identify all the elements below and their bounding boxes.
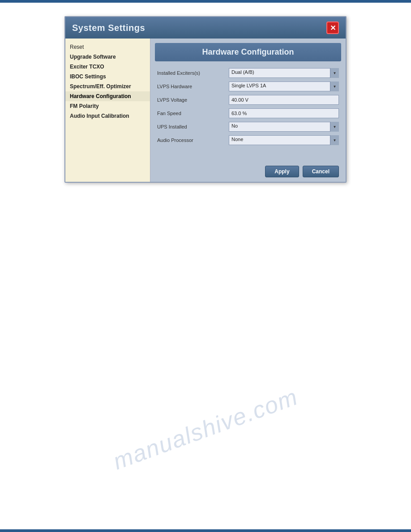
sidebar-item-audio-calibration[interactable]: Audio Input Calibration xyxy=(65,111,150,121)
page-content: System Settings ✕ Reset Upgrade Software… xyxy=(0,3,411,196)
dialog-body: Reset Upgrade Software Exciter TCXO IBOC… xyxy=(65,39,346,182)
installed-exciters-select[interactable]: Dual (A/B) xyxy=(229,68,339,78)
lvps-voltage-input[interactable] xyxy=(229,95,339,105)
fan-speed-label: Fan Speed xyxy=(157,111,229,116)
ups-installed-label: UPS Installed xyxy=(157,124,229,129)
lvps-voltage-label: LVPS Voltage xyxy=(157,97,229,103)
sidebar-item-upgrade-software[interactable]: Upgrade Software xyxy=(65,52,150,62)
dialog-title: System Settings xyxy=(72,23,145,33)
bottom-bar xyxy=(0,529,411,532)
installed-exciters-label: Installed Exciters(s) xyxy=(157,70,229,76)
close-button[interactable]: ✕ xyxy=(326,21,339,34)
audio-processor-row: Audio Processor None ▼ xyxy=(157,135,339,145)
system-settings-dialog: System Settings ✕ Reset Upgrade Software… xyxy=(64,16,347,183)
lvps-hardware-row: LVPS Hardware Single LVPS 1A ▼ xyxy=(157,82,339,91)
nav-sidebar: Reset Upgrade Software Exciter TCXO IBOC… xyxy=(65,39,150,182)
sidebar-item-exciter-tcxo[interactable]: Exciter TCXO xyxy=(65,62,150,72)
lvps-hardware-wrapper: Single LVPS 1A ▼ xyxy=(229,82,339,91)
sidebar-item-hardware-config[interactable]: Hardware Configuration xyxy=(65,91,150,101)
watermark: manualshive.com xyxy=(110,383,302,475)
sidebar-item-reset[interactable]: Reset xyxy=(65,42,150,52)
fan-speed-row: Fan Speed xyxy=(157,108,339,118)
sidebar-item-spectrum-optimizer[interactable]: Spectrum/Eff. Optimizer xyxy=(65,82,150,91)
audio-processor-wrapper: None ▼ xyxy=(229,135,339,145)
audio-processor-select[interactable]: None xyxy=(229,135,339,145)
installed-exciters-row: Installed Exciters(s) Dual (A/B) ▼ xyxy=(157,68,339,78)
button-bar: Apply Cancel xyxy=(150,161,346,182)
fan-speed-input[interactable] xyxy=(229,108,339,118)
dialog-titlebar: System Settings ✕ xyxy=(65,17,346,39)
lvps-hardware-label: LVPS Hardware xyxy=(157,84,229,89)
ups-installed-select[interactable]: No xyxy=(229,122,339,132)
installed-exciters-wrapper: Dual (A/B) ▼ xyxy=(229,68,339,78)
apply-button[interactable]: Apply xyxy=(265,166,299,177)
lvps-voltage-row: LVPS Voltage xyxy=(157,95,339,105)
content-panel: Hardware Configuration Installed Exciter… xyxy=(150,39,346,182)
ups-installed-row: UPS Installed No ▼ xyxy=(157,122,339,132)
audio-processor-label: Audio Processor xyxy=(157,137,229,143)
form-area: Installed Exciters(s) Dual (A/B) ▼ LVPS … xyxy=(150,66,346,161)
sidebar-item-fm-polarity[interactable]: FM Polarity xyxy=(65,101,150,111)
content-header: Hardware Configuration xyxy=(155,43,341,61)
ups-installed-wrapper: No ▼ xyxy=(229,122,339,132)
lvps-hardware-select[interactable]: Single LVPS 1A xyxy=(229,82,339,91)
sidebar-item-iboc-settings[interactable]: IBOC Settings xyxy=(65,72,150,82)
content-title: Hardware Configuration xyxy=(164,47,332,57)
cancel-button[interactable]: Cancel xyxy=(303,166,339,177)
